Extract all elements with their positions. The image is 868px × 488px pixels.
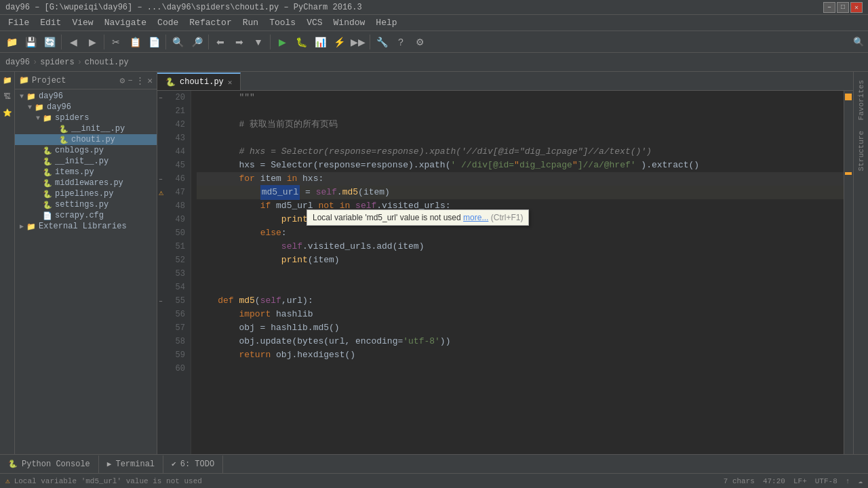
structure-icon[interactable]: 🏗 [2,91,13,102]
code-line-51: self.visited_urls.add(item) [197,240,844,253]
tree-day96-sub[interactable]: ▼ 📁 day96 [15,102,157,113]
tab-terminal[interactable]: ▶ Terminal [99,455,163,473]
project-icon[interactable]: 📁 [2,75,13,85]
search-everywhere-btn[interactable]: 🔍 [852,33,865,51]
fold-20[interactable]: – [159,94,163,102]
close-button[interactable]: ✕ [850,2,863,13]
menu-run[interactable]: Run [237,16,264,29]
fold-55[interactable]: – [159,298,163,305]
tooltip-more-link[interactable]: more... [463,213,488,222]
tree-arrow-spiders: ▼ [34,115,42,122]
coverage-btn[interactable]: 📊 [311,33,329,51]
copy-btn[interactable]: 📋 [126,33,144,51]
menu-refactor[interactable]: Refactor [184,16,237,29]
favorites-icon[interactable]: ⭐ [2,107,13,118]
tree-root-day96[interactable]: ▼ 📁 day96 [15,91,157,102]
tree-cnblogs[interactable]: 🐍 cnblogs.py [15,145,157,156]
tree-label-middlewares: middlewares.py [55,178,123,188]
breadcrumb: day96 › spiders › chouti.py [0,53,868,72]
code-line-59: return obj.hexdigest() [197,348,844,362]
code-line-46: for item in hxs: [197,172,844,186]
status-left: ⚠ Local variable 'md5_url' value is not … [5,476,718,485]
py-icon-init: 🐍 [42,157,53,166]
debug-btn[interactable]: 🐛 [292,33,310,51]
code-line-57: obj = hashlib.md5() [197,321,844,335]
breadcrumb-root[interactable]: day96 [5,58,30,67]
code-line-44: # hxs = Selector(response=response).xpat… [197,145,844,159]
breadcrumb-spiders[interactable]: spiders [40,58,74,67]
run-btn[interactable]: ▶ [273,33,291,51]
project-collapse-btn[interactable]: – [127,75,133,85]
nav-prev-btn[interactable]: ⬅ [212,33,229,51]
tree-scrapy-cfg[interactable]: 📄 scrapy.cfg [15,210,157,221]
menu-vcs[interactable]: VCS [301,16,328,29]
todo-label: 6: TODO [180,460,214,469]
find-usages-btn[interactable]: 🔎 [188,33,205,51]
help-btn[interactable]: ? [392,33,410,51]
code-content[interactable]: """ # 获取当前页的所有页码 # hxs = Selector(respon… [191,91,844,454]
project-tree: ▼ 📁 day96 ▼ 📁 day96 ▼ 📁 spiders [15,89,157,454]
fold-46[interactable]: – [159,176,163,183]
line-57: 57 [157,321,191,335]
tree-init[interactable]: 🐍 __init__.py [15,156,157,167]
structure-label[interactable]: Structure [857,125,865,176]
minimize-button[interactable]: – [823,2,835,13]
status-up-arrow: ↑ [846,477,850,485]
tree-items[interactable]: 🐍 items.py [15,167,157,178]
find-btn[interactable]: 🔍 [169,33,186,51]
favorites-label[interactable]: Favorites [857,75,865,125]
run-config-btn[interactable]: ▶▶ [349,33,367,51]
tree-init-spiders[interactable]: 🐍 __init__.py [15,123,157,134]
tab-close-chouti[interactable]: ✕ [228,78,233,87]
sep5 [270,35,271,49]
sync-btn[interactable]: 🔄 [41,33,58,51]
project-settings-btn[interactable]: ⚙ [120,75,125,86]
cfg-icon-scrapy: 📄 [42,211,53,220]
paste-btn[interactable]: 📄 [145,33,163,51]
save-btn[interactable]: 💾 [22,33,39,51]
tab-todo[interactable]: ✔ 6: TODO [163,455,223,473]
side-icons: 📁 🏗 ⭐ [0,72,15,454]
back-btn[interactable]: ◀ [64,33,82,51]
project-close-btn[interactable]: ✕ [147,75,153,86]
maximize-button[interactable]: □ [837,2,849,13]
cut-btn[interactable]: ✂ [107,33,125,51]
tab-chouti[interactable]: 🐍 chouti.py ✕ [157,73,241,90]
py-icon-settings: 🐍 [42,200,53,209]
dropdown-btn[interactable]: ▼ [250,33,267,51]
main-area: 📁 🏗 ⭐ 📁 Project ⚙ – ⋮ ✕ ▼ 📁 day96 ▼ [0,72,868,454]
tab-python-console[interactable]: 🐍 Python Console [0,455,99,473]
menu-file[interactable]: File [3,16,35,29]
tree-settings[interactable]: 🐍 settings.py [15,199,157,210]
tree-spiders[interactable]: ▼ 📁 spiders [15,113,157,123]
code-line-43 [197,131,844,145]
menu-edit[interactable]: Edit [35,16,66,29]
forward-btn[interactable]: ▶ [83,33,101,51]
tree-label-spiders: spiders [55,113,89,123]
tree-pipelines[interactable]: 🐍 pipelines.py [15,188,157,199]
tree-arrow-extlibs: ▶ [18,222,26,230]
menu-view[interactable]: View [66,16,98,29]
menu-tools[interactable]: Tools [264,16,301,29]
menu-code[interactable]: Code [152,16,184,29]
project-gear-btn[interactable]: ⋮ [136,75,144,86]
tree-external-libs[interactable]: ▶ 📁 External Libraries [15,221,157,232]
tree-label-chouti: chouti.py [71,135,115,144]
breadcrumb-file[interactable]: chouti.py [85,58,129,67]
code-line-47: md5_url = self.md5(item) [197,186,844,199]
project-panel: 📁 Project ⚙ – ⋮ ✕ ▼ 📁 day96 ▼ 📁 day96 [15,72,157,454]
status-warning-text: Local variable 'md5_url' value is not us… [14,477,202,485]
todo-icon: ✔ [172,460,176,468]
nav-next-btn[interactable]: ➡ [231,33,248,51]
menu-navigate[interactable]: Navigate [99,16,152,29]
tree-chouti[interactable]: 🐍 chouti.py [15,134,157,145]
code-editor[interactable]: –20 21 42 43 44 45 –46 ⚠47 48 49 50 51 5… [157,91,853,454]
menu-help[interactable]: Help [370,16,402,29]
vcs-btn[interactable]: 🔧 [373,33,391,51]
tools-btn[interactable]: ⚙ [411,33,429,51]
menu-window[interactable]: Window [328,16,371,29]
tree-middlewares[interactable]: 🐍 middlewares.py [15,178,157,188]
profile-btn[interactable]: ⚡ [330,33,348,51]
sep2 [104,35,104,49]
project-view-btn[interactable]: 📁 [3,33,20,51]
